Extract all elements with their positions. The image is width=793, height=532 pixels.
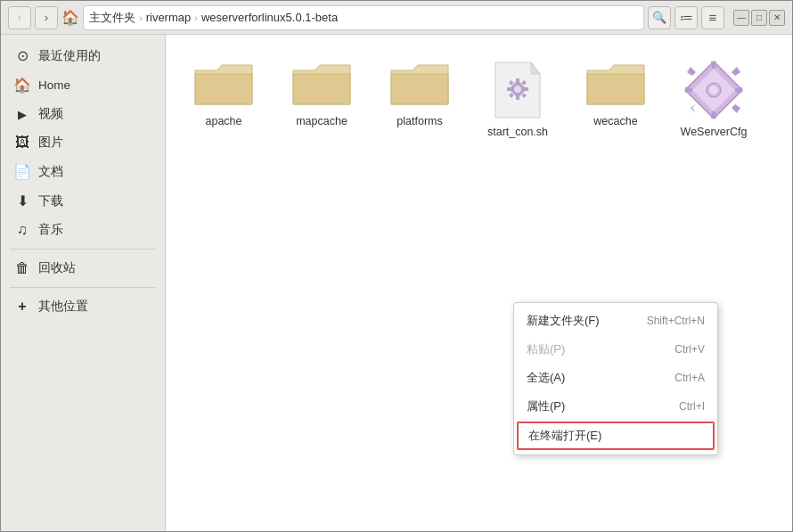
close-button[interactable]: ✕ xyxy=(769,10,785,26)
sidebar-label-music: 音乐 xyxy=(38,222,63,238)
context-menu-paste-label: 粘贴(P) xyxy=(527,341,565,357)
context-menu-new-folder-label: 新建文件夹(F) xyxy=(527,313,600,329)
sidebar-item-recent[interactable]: ⊙ 最近使用的 xyxy=(1,42,165,70)
file-label-wecache: wecache xyxy=(593,115,637,127)
file-item-mapcache[interactable]: mapcache xyxy=(282,53,362,143)
trash-icon: 🗑 xyxy=(13,260,31,276)
sidebar-label-pictures: 图片 xyxy=(38,135,63,151)
folder-icon-apache xyxy=(192,58,256,111)
recent-icon: ⊙ xyxy=(13,47,31,64)
file-label-apache: apache xyxy=(205,115,241,127)
svg-point-1 xyxy=(514,86,521,93)
file-label-weservercfg: WeServerCfg xyxy=(681,126,748,138)
context-menu-select-all[interactable]: 全选(A) Ctrl+A xyxy=(514,364,717,392)
context-menu-paste-shortcut: Ctrl+V xyxy=(674,343,705,356)
file-label-mapcache: mapcache xyxy=(296,115,347,127)
file-label-platforms: platforms xyxy=(396,115,442,127)
sidebar-item-video[interactable]: ▶ 视频 xyxy=(1,101,165,127)
svg-point-22 xyxy=(709,86,718,94)
downloads-icon: ⬇ xyxy=(13,192,31,209)
context-menu-paste[interactable]: 粘贴(P) Ctrl+V xyxy=(514,335,717,364)
svg-marker-14 xyxy=(732,67,740,76)
window-controls: — □ ✕ xyxy=(733,10,785,26)
file-item-apache[interactable]: apache xyxy=(184,53,264,143)
up-button[interactable]: 🏠 xyxy=(61,6,79,29)
back-button[interactable]: ‹ xyxy=(8,6,31,29)
svg-marker-18 xyxy=(691,104,696,113)
sidebar-label-home: Home xyxy=(38,78,70,92)
view-button-1[interactable]: ≔ xyxy=(674,6,698,29)
file-item-weservercfg[interactable]: WeServerCfg xyxy=(674,53,754,143)
script-icon xyxy=(491,58,544,122)
maximize-button[interactable]: □ xyxy=(751,10,767,26)
sidebar-label-documents: 文档 xyxy=(38,164,63,180)
forward-button[interactable]: › xyxy=(35,6,58,29)
documents-icon: 📄 xyxy=(13,163,31,180)
breadcrumb-rivermap[interactable]: rivermap xyxy=(146,11,192,24)
weservercfg-icon xyxy=(682,58,746,122)
titlebar-right-buttons: 🔍 ≔ ≡ xyxy=(648,6,724,29)
minimize-button[interactable]: — xyxy=(733,10,749,26)
file-item-start-con[interactable]: start_con.sh xyxy=(478,53,558,143)
svg-rect-4 xyxy=(525,87,528,91)
search-button[interactable]: 🔍 xyxy=(648,6,671,29)
svg-marker-15 xyxy=(735,87,742,93)
file-label-start-con: start_con.sh xyxy=(487,126,548,138)
svg-rect-6 xyxy=(516,96,519,100)
pictures-icon: 🖼 xyxy=(13,135,31,151)
home-icon: 🏠 xyxy=(13,77,31,94)
context-menu-open-terminal[interactable]: 在终端打开(E) xyxy=(517,422,715,450)
main-layout: ⊙ 最近使用的 🏠 Home ▶ 视频 🖼 图片 📄 文档 ⬇ 下载 xyxy=(1,35,792,531)
sidebar-item-music[interactable]: ♫ 音乐 xyxy=(1,217,165,243)
context-menu-select-all-shortcut: Ctrl+A xyxy=(674,372,705,384)
svg-marker-16 xyxy=(732,104,740,113)
breadcrumb-sep-1: › xyxy=(139,12,143,23)
svg-marker-20 xyxy=(687,67,696,76)
file-grid: apache mapcache xyxy=(184,53,774,143)
folder-icon-mapcache xyxy=(290,58,354,111)
sidebar: ⊙ 最近使用的 🏠 Home ▶ 视频 🖼 图片 📄 文档 ⬇ 下载 xyxy=(1,35,166,531)
file-item-platforms[interactable]: platforms xyxy=(380,53,460,143)
view-button-2[interactable]: ≡ xyxy=(701,6,724,29)
sidebar-label-recent: 最近使用的 xyxy=(38,48,101,64)
context-menu-properties[interactable]: 属性(P) Ctrl+I xyxy=(514,392,717,421)
sidebar-label-other: 其他位置 xyxy=(38,299,88,315)
context-menu-properties-shortcut: Ctrl+I xyxy=(679,400,705,413)
video-icon: ▶ xyxy=(13,108,31,121)
breadcrumb-home[interactable]: 主文件夹 xyxy=(89,10,135,26)
sidebar-label-downloads: 下载 xyxy=(38,193,63,209)
svg-marker-19 xyxy=(685,87,692,93)
sidebar-divider xyxy=(10,249,156,250)
svg-rect-8 xyxy=(507,87,511,91)
svg-marker-13 xyxy=(711,61,716,69)
sidebar-item-documents[interactable]: 📄 文档 xyxy=(1,158,165,185)
context-menu: 新建文件夹(F) Shift+Ctrl+N 粘贴(P) Ctrl+V 全选(A)… xyxy=(513,302,718,455)
file-item-wecache[interactable]: wecache xyxy=(576,53,656,143)
music-icon: ♫ xyxy=(13,222,31,238)
svg-rect-2 xyxy=(516,78,519,82)
context-menu-properties-label: 属性(P) xyxy=(527,398,565,414)
other-icon: + xyxy=(13,299,31,315)
breadcrumb: 主文件夹 › rivermap › weserverforlinux5.0.1-… xyxy=(83,5,644,30)
sidebar-item-pictures[interactable]: 🖼 图片 xyxy=(1,129,165,156)
context-menu-new-folder[interactable]: 新建文件夹(F) Shift+Ctrl+N xyxy=(514,307,717,335)
sidebar-item-downloads[interactable]: ⬇ 下载 xyxy=(1,187,165,215)
svg-marker-17 xyxy=(711,111,716,119)
context-menu-new-folder-shortcut: Shift+Ctrl+N xyxy=(647,315,705,327)
folder-icon-wecache xyxy=(584,58,648,111)
breadcrumb-sep-2: › xyxy=(194,12,198,23)
sidebar-item-trash[interactable]: 🗑 回收站 xyxy=(1,255,165,282)
sidebar-label-video: 视频 xyxy=(38,106,63,122)
sidebar-label-trash: 回收站 xyxy=(38,260,76,276)
titlebar: ‹ › 🏠 主文件夹 › rivermap › weserverforlinux… xyxy=(1,1,792,35)
sidebar-divider-2 xyxy=(10,287,156,288)
context-menu-open-terminal-label: 在终端打开(E) xyxy=(528,428,601,444)
file-content-area[interactable]: apache mapcache xyxy=(166,35,792,531)
context-menu-select-all-label: 全选(A) xyxy=(527,370,565,386)
file-manager-window: ‹ › 🏠 主文件夹 › rivermap › weserverforlinux… xyxy=(0,0,793,532)
folder-icon-platforms xyxy=(388,58,452,111)
breadcrumb-current[interactable]: weserverforlinux5.0.1-beta xyxy=(201,11,338,24)
sidebar-item-home[interactable]: 🏠 Home xyxy=(1,71,165,99)
sidebar-item-other[interactable]: + 其他位置 xyxy=(1,293,165,320)
